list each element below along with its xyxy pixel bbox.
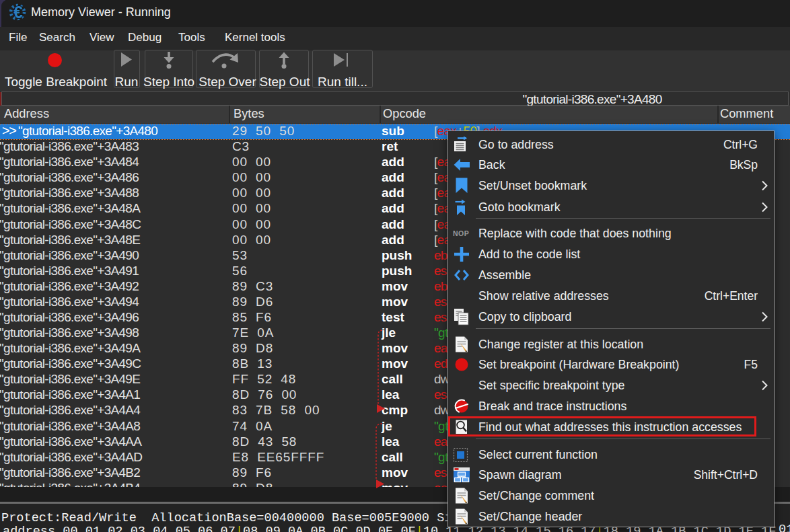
svg-text:€: € — [13, 3, 23, 22]
